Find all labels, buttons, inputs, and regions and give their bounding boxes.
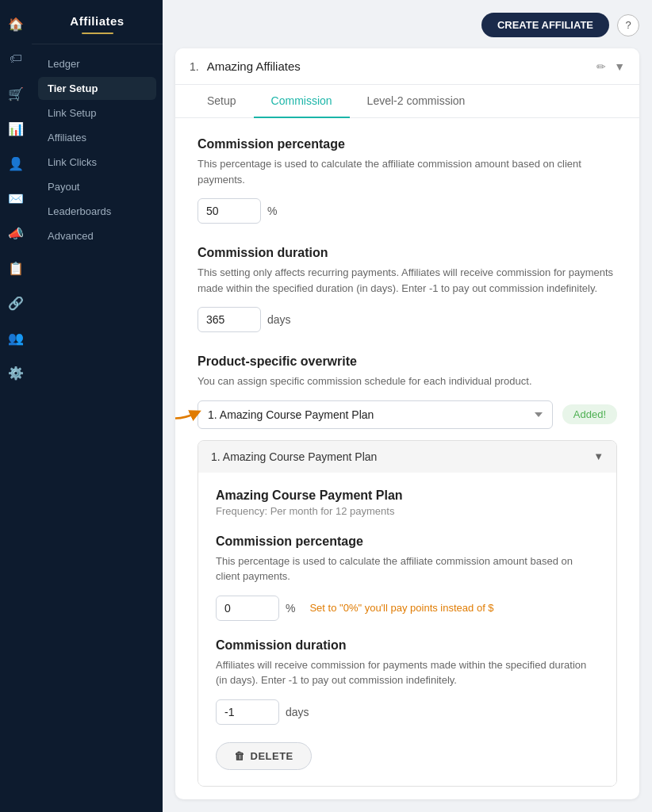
product-select-dropdown[interactable]: 1. Amazing Course Payment Plan — [198, 400, 553, 429]
commission-duration-title: Commission duration — [198, 246, 617, 260]
sidebar-item-link-setup[interactable]: Link Setup — [38, 102, 156, 124]
sub-accordion: 1. Amazing Course Payment Plan ▼ Amazing… — [198, 440, 617, 787]
sub-duration-input-group: days — [216, 699, 599, 725]
commission-percentage-suffix: % — [267, 205, 277, 217]
delete-label: DELETE — [251, 750, 293, 762]
sidebar-item-ledger[interactable]: Ledger — [38, 52, 156, 75]
sub-commission-input-group: % Set to "0%" you'll pay points instead … — [216, 596, 599, 621]
commission-percentage-title: Commission percentage — [198, 137, 617, 151]
home-icon[interactable]: 🏠 — [5, 13, 27, 35]
sidebar-logo-text: Affiliates — [70, 14, 124, 28]
cart-icon[interactable]: 🛒 — [5, 82, 27, 105]
added-badge: Added! — [562, 404, 617, 424]
sub-commission-desc: This percentage is used to calculate the… — [216, 553, 599, 584]
product-select-row: 1. Amazing Course Payment Plan Added! — [198, 400, 617, 429]
arrow-svg — [175, 401, 201, 425]
commission-warning-text: Set to "0%" you'll pay points instead of… — [309, 602, 493, 614]
main-content: CREATE AFFILIATE ? 1. Amazing Affiliates… — [163, 0, 652, 812]
sidebar-item-leaderboards[interactable]: Leaderboards — [38, 200, 156, 223]
commission-percentage-section: Commission percentage This percentage is… — [198, 137, 617, 224]
tab-level2-commission[interactable]: Level-2 commission — [350, 85, 483, 118]
product-overwrite-desc: You can assign specific commission sched… — [198, 373, 617, 389]
sidebar-menu: Ledger Tier Setup Link Setup Affiliates … — [32, 52, 163, 247]
main-card: 1. Amazing Affiliates ✏ ▼ Setup Commissi… — [175, 48, 639, 799]
sidebar-logo-line — [82, 33, 113, 34]
sub-duration-desc: Affiliates will receive commission for p… — [216, 657, 599, 688]
megaphone-icon[interactable]: 📣 — [5, 222, 27, 244]
sidebar-item-advanced[interactable]: Advanced — [38, 224, 156, 247]
content-area: Commission percentage This percentage is… — [175, 118, 639, 799]
delete-button[interactable]: 🗑 DELETE — [216, 742, 312, 770]
sidebar-item-affiliates[interactable]: Affiliates — [38, 126, 156, 149]
sidebar-item-tier-setup[interactable]: Tier Setup — [38, 77, 156, 100]
sub-duration-section: Commission duration Affiliates will rece… — [216, 638, 599, 725]
sub-commission-title: Commission percentage — [216, 534, 599, 549]
create-affiliate-button[interactable]: CREATE AFFILIATE — [481, 13, 609, 37]
commission-percentage-desc: This percentage is used to calculate the… — [198, 156, 617, 187]
product-select-container: 1. Amazing Course Payment Plan Added! — [198, 400, 617, 429]
sidebar-item-link-clicks[interactable]: Link Clicks — [38, 151, 156, 174]
product-title: Amazing Course Payment Plan — [216, 488, 599, 503]
commission-percentage-input[interactable] — [198, 198, 261, 224]
tab-setup[interactable]: Setup — [190, 85, 254, 118]
sub-duration-title: Commission duration — [216, 638, 599, 653]
chart-icon[interactable]: 📊 — [5, 117, 27, 140]
sub-accordion-header[interactable]: 1. Amazing Course Payment Plan ▼ — [198, 441, 616, 473]
accordion-title: Amazing Affiliates — [207, 59, 589, 73]
tab-commission[interactable]: Commission — [254, 85, 350, 118]
sub-commission-suffix: % — [286, 602, 295, 615]
sub-duration-input[interactable] — [216, 699, 279, 725]
product-overwrite-section: Product-specific overwrite You can assig… — [198, 354, 617, 787]
commission-duration-desc: This setting only affects recurring paym… — [198, 265, 617, 296]
delete-button-container: 🗑 DELETE — [216, 742, 599, 770]
help-button[interactable]: ? — [617, 14, 639, 36]
sub-accordion-title: 1. Amazing Course Payment Plan — [211, 450, 593, 463]
accordion-chevron-icon[interactable]: ▼ — [614, 60, 625, 73]
sidebar-logo: Affiliates — [32, 0, 163, 44]
product-overwrite-title: Product-specific overwrite — [198, 354, 617, 369]
commission-duration-suffix: days — [267, 313, 291, 326]
sub-accordion-chevron-icon[interactable]: ▼ — [593, 450, 604, 462]
commission-percentage-input-group: % — [198, 198, 617, 224]
list-icon[interactable]: 📋 — [5, 257, 27, 279]
commission-duration-input[interactable] — [198, 307, 261, 332]
mail-icon[interactable]: ✉️ — [5, 187, 27, 209]
accordion-header: 1. Amazing Affiliates ✏ ▼ — [175, 48, 639, 85]
arrow-indicator — [175, 401, 201, 428]
product-info: Amazing Course Payment Plan Frequency: P… — [216, 488, 599, 517]
gear-icon[interactable]: ⚙️ — [5, 362, 27, 384]
team-icon[interactable]: 👥 — [5, 327, 27, 349]
sidebar: Affiliates Ledger Tier Setup Link Setup … — [32, 0, 163, 812]
tag-icon[interactable]: 🏷 — [5, 48, 27, 70]
topbar: CREATE AFFILIATE ? — [175, 13, 639, 37]
trash-icon: 🗑 — [234, 750, 245, 762]
sub-duration-suffix: days — [286, 706, 309, 718]
sub-commission-input[interactable] — [216, 596, 279, 621]
commission-duration-section: Commission duration This setting only af… — [198, 246, 617, 332]
product-frequency: Frequency: Per month for 12 payments — [216, 505, 599, 517]
user-icon[interactable]: 👤 — [5, 152, 27, 174]
sub-commission-percentage-section: Commission percentage This percentage is… — [216, 534, 599, 621]
sub-accordion-body: Amazing Course Payment Plan Frequency: P… — [198, 473, 616, 786]
tabs: Setup Commission Level-2 commission — [175, 85, 639, 118]
accordion-number: 1. — [190, 60, 199, 73]
edit-icon[interactable]: ✏ — [596, 60, 606, 73]
sidebar-item-payout[interactable]: Payout — [38, 175, 156, 198]
icon-sidebar: 🏠 🏷 🛒 📊 👤 ✉️ 📣 📋 🔗 👥 ⚙️ — [0, 0, 32, 812]
network-icon[interactable]: 🔗 — [5, 292, 27, 314]
commission-duration-input-group: days — [198, 307, 617, 332]
